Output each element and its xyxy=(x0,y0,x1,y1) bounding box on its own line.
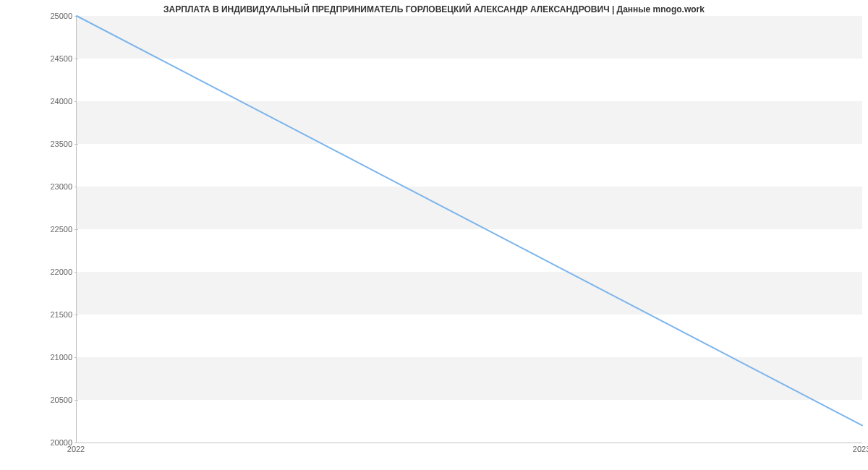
y-tick-label: 24500 xyxy=(7,54,72,63)
plot-area xyxy=(76,16,862,443)
x-tick-label: 2022 xyxy=(67,445,85,453)
x-tick-label: 2023 xyxy=(853,445,868,453)
y-tick-label: 22500 xyxy=(7,225,72,234)
y-tick-label: 22000 xyxy=(7,268,72,276)
y-tick-label: 20500 xyxy=(7,396,72,404)
y-tick-label: 23500 xyxy=(7,140,72,148)
y-tick-label: 25000 xyxy=(7,12,72,20)
y-tick-label: 21500 xyxy=(7,310,72,319)
line-series xyxy=(77,16,862,443)
y-tick-label: 21000 xyxy=(7,353,72,362)
y-tick-label: 24000 xyxy=(7,97,72,106)
y-tick-label: 23000 xyxy=(7,182,72,191)
chart-title: ЗАРПЛАТА В ИНДИВИДУАЛЬНЫЙ ПРЕДПРИНИМАТЕЛ… xyxy=(0,4,868,14)
y-tick-label: 20000 xyxy=(7,438,72,447)
x-axis-line xyxy=(77,443,862,443)
chart-container: ЗАРПЛАТА В ИНДИВИДУАЛЬНЫЙ ПРЕДПРИНИМАТЕЛ… xyxy=(0,0,868,470)
